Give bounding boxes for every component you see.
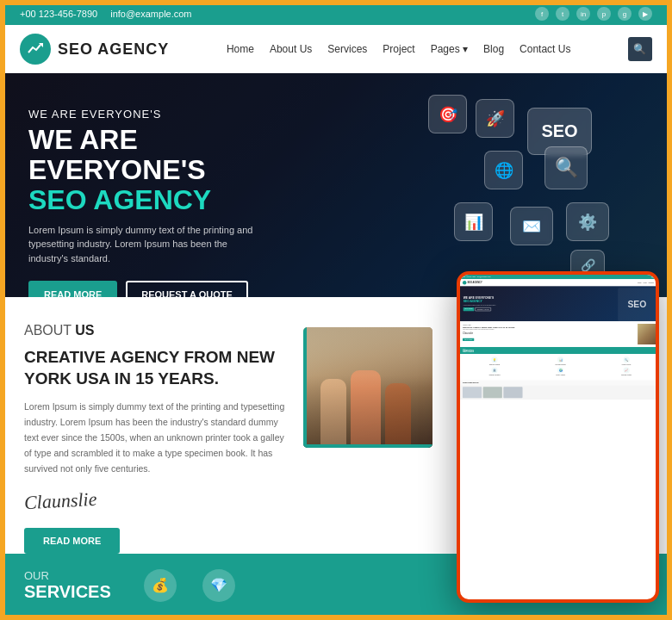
- hero-title: WE ARE EVERYONE'S SEO AGENCY: [28, 125, 304, 216]
- nav-search-button[interactable]: 🔍: [628, 37, 652, 61]
- target-icon-box: 🎯: [428, 95, 467, 133]
- social-linkedin[interactable]: in: [576, 7, 590, 21]
- email-icon-box: ✉️: [510, 207, 553, 245]
- tablet-mockup: +00 123-456-7890 info@example.com SEO AG…: [457, 271, 659, 603]
- services-tag: OUR: [24, 569, 111, 582]
- nav-blog[interactable]: Blog: [483, 43, 504, 55]
- phone-number: +00 123-456-7890: [20, 9, 97, 19]
- nav-services[interactable]: Services: [327, 43, 367, 55]
- social-facebook[interactable]: f: [535, 7, 549, 21]
- hero-section: SEO 🚀 🎯 🌐 🔍 📊 ✉️ ⚙️ 🔗 WE ARE EVERYONE'S …: [3, 73, 669, 297]
- social-twitter[interactable]: t: [556, 7, 569, 21]
- hero-description: Lorem Ipsum is simply dummy text of the …: [28, 223, 270, 266]
- nav-bar: SEO AGENCY Home About Us Services Projec…: [3, 25, 669, 73]
- search-icon: 🔍: [633, 43, 646, 55]
- about-read-more-button[interactable]: READ MORE: [24, 528, 120, 554]
- nav-home[interactable]: Home: [227, 43, 254, 55]
- search-icon-box: 🔍: [544, 146, 588, 189]
- gear-icon-box: ⚙️: [566, 202, 609, 241]
- hero-title-accent: SEO AGENCY: [28, 184, 211, 215]
- top-bar: +00 123-456-7890 info@example.com f t in…: [3, 3, 669, 25]
- about-tag-bold: US: [75, 323, 94, 338]
- hero-subtitle: WE ARE EVERYONE'S: [28, 108, 304, 121]
- chart-icon-box: 📊: [454, 202, 493, 241]
- social-pinterest[interactable]: p: [597, 7, 611, 21]
- globe-icon-box: 🌐: [484, 151, 523, 189]
- nav-project[interactable]: Project: [383, 43, 414, 55]
- nav-links: Home About Us Services Project Pages ▾ B…: [227, 43, 571, 55]
- nav-pages[interactable]: Pages ▾: [431, 43, 468, 55]
- logo[interactable]: SEO AGENCY: [20, 34, 169, 65]
- services-title: SERVICES: [24, 582, 111, 602]
- about-description: Lorem Ipsum is simply dummy text of the …: [24, 400, 286, 476]
- about-image: [303, 327, 432, 448]
- about-tag: ABOUT US: [24, 323, 286, 338]
- hero-buttons: READ MORE REQUEST A QUOTE: [28, 281, 304, 297]
- nav-contact[interactable]: Contact Us: [520, 43, 570, 55]
- rocket-icon-box: 🚀: [476, 99, 514, 138]
- nav-about[interactable]: About Us: [270, 43, 312, 55]
- about-section: ABOUT US CREATIVE AGENCY FROM NEW YORK U…: [24, 323, 303, 554]
- hero-icons-container: SEO 🚀 🎯 🌐 🔍 📊 ✉️ ⚙️ 🔗: [394, 90, 635, 280]
- hero-content: WE ARE EVERYONE'S WE ARE EVERYONE'S SEO …: [3, 73, 330, 297]
- logo-icon: [20, 34, 51, 65]
- quote-button[interactable]: REQUEST A QUOTE: [126, 281, 248, 297]
- social-youtube[interactable]: ▶: [638, 7, 652, 21]
- main-content: ABOUT US CREATIVE AGENCY FROM NEW YORK U…: [3, 297, 669, 554]
- service-icon-2: 💎: [202, 569, 235, 602]
- read-more-button[interactable]: READ MORE: [28, 281, 117, 297]
- service-icon-1: 💰: [144, 569, 177, 602]
- about-title: CREATIVE AGENCY FROM NEW YORK USA IN 15 …: [24, 347, 286, 389]
- social-googleplus[interactable]: g: [618, 7, 632, 21]
- email-address: info@example.com: [110, 9, 191, 19]
- signature: Claunslie: [23, 487, 97, 513]
- about-tag-plain: ABOUT: [24, 323, 75, 338]
- logo-text: SEO AGENCY: [58, 40, 169, 59]
